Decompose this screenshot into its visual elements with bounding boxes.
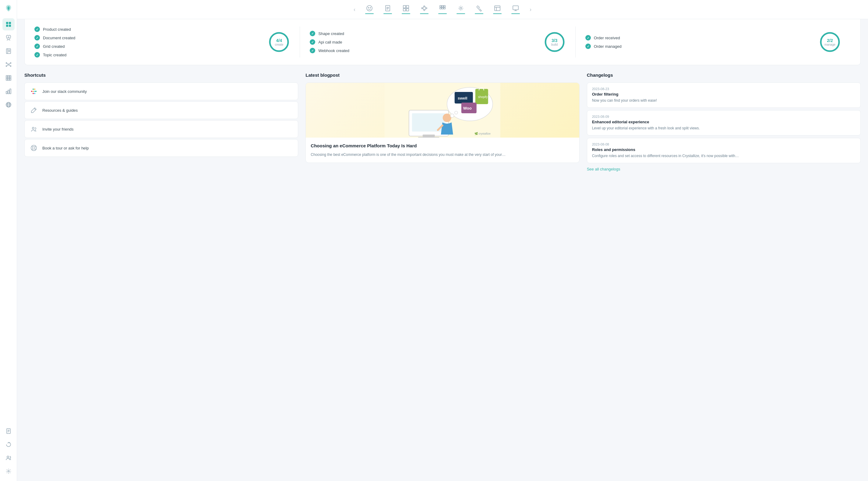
- shortcuts-title: Shortcuts: [24, 72, 298, 77]
- progress-word-manage: manage: [825, 43, 835, 46]
- sidebar-item-rocket[interactable]: [2, 32, 14, 44]
- svg-point-71: [443, 114, 452, 122]
- pencil-icon: [30, 106, 38, 115]
- icon-bar-item-tool[interactable]: [475, 5, 483, 14]
- shortcuts-list: Join our slack community Resources & gui…: [24, 83, 298, 157]
- progress-item: Api call made: [310, 39, 536, 45]
- svg-rect-41: [442, 5, 443, 7]
- sidebar-item-settings[interactable]: [2, 465, 14, 477]
- changelog-item-title: Order filtering: [592, 92, 856, 97]
- icon-bar-item-flow[interactable]: [420, 5, 429, 14]
- svg-point-73: [451, 114, 454, 118]
- svg-rect-3: [9, 25, 11, 27]
- icon-bar: ‹: [17, 0, 868, 19]
- progress-item-label: Order managed: [594, 44, 622, 49]
- progress-items-build: Shape created Api call made Webhook crea…: [310, 31, 536, 53]
- sidebar-item-users[interactable]: [2, 452, 14, 464]
- shortcut-item-resources[interactable]: Resources & guides: [24, 101, 298, 119]
- changelog-item-desc: Level up your editorial experience with …: [592, 125, 856, 131]
- icon-bar-item-apps2[interactable]: [438, 5, 447, 14]
- svg-rect-47: [495, 6, 500, 11]
- progress-col-build: Shape created Api call made Webhook crea…: [300, 27, 575, 58]
- check-icon: [310, 39, 315, 45]
- check-icon: [34, 43, 40, 49]
- progress-item: Grid created: [34, 43, 261, 49]
- progress-word-create: create: [275, 43, 283, 46]
- sidebar-item-document[interactable]: [2, 425, 14, 437]
- blog-card-title: Choosing an eCommerce Platform Today Is …: [311, 142, 574, 149]
- svg-point-39: [426, 8, 427, 9]
- icon-bar-item-document[interactable]: [383, 5, 392, 14]
- sidebar-item-dashboard[interactable]: [2, 18, 14, 30]
- svg-rect-69: [423, 134, 435, 137]
- shortcut-label: Book a tour or ask for help: [42, 146, 89, 150]
- progress-item: Shape created: [310, 31, 536, 36]
- progress-item-label: Shape created: [318, 31, 344, 36]
- progress-fraction-create: 4/4: [275, 38, 283, 43]
- progress-item-label: Product created: [43, 27, 71, 32]
- shortcut-item-friends[interactable]: Invite your friends: [24, 120, 298, 138]
- svg-rect-1: [9, 22, 11, 24]
- icon-bar-item-monitor[interactable]: [512, 5, 520, 14]
- svg-rect-60: [34, 91, 35, 92]
- shortcut-item-tour[interactable]: Book a tour or ask for help: [24, 139, 298, 157]
- progress-items-manage: Order received Order managed: [585, 35, 812, 49]
- icon-bar-item-grid[interactable]: [402, 5, 410, 14]
- progress-item-label: Order received: [594, 36, 620, 40]
- shortcut-item-slack[interactable]: Join our slack community: [24, 83, 298, 100]
- changelog-item-title: Enhanced editorial experience: [592, 120, 856, 124]
- sidebar-item-chart[interactable]: [2, 85, 14, 97]
- check-icon: [310, 31, 315, 36]
- shortcut-label: Invite your friends: [42, 127, 74, 131]
- svg-rect-17: [6, 79, 8, 81]
- changelog-item: 2023-08-08 Roles and permissions Configu…: [587, 138, 861, 163]
- sidebar-item-refresh[interactable]: [2, 438, 14, 451]
- svg-rect-62: [34, 93, 35, 94]
- svg-rect-21: [8, 90, 9, 94]
- svg-point-46: [460, 7, 462, 9]
- see-all-changelogs[interactable]: See all changelogs: [587, 167, 861, 171]
- progress-item: Product created: [34, 27, 261, 32]
- svg-rect-35: [406, 8, 409, 11]
- progress-item-label: Api call made: [318, 40, 342, 44]
- svg-rect-70: [418, 137, 439, 138]
- sidebar-item-network[interactable]: [2, 59, 14, 71]
- svg-rect-40: [440, 5, 441, 7]
- progress-items-create: Product created Document created Grid cr…: [34, 27, 261, 58]
- changelog-date: 2023-08-23: [592, 87, 856, 91]
- svg-rect-5: [6, 49, 11, 54]
- sidebar-bottom: [2, 425, 14, 477]
- blogpost-title: Latest blogpost: [306, 72, 579, 77]
- svg-point-30: [370, 7, 371, 8]
- logo: [4, 4, 13, 13]
- svg-rect-42: [444, 5, 445, 7]
- icon-bar-item-emoji[interactable]: [365, 5, 374, 14]
- svg-point-38: [424, 9, 425, 11]
- sidebar-item-globe[interactable]: [2, 99, 14, 111]
- changelog-item-desc: Now you can find your orders with ease!: [592, 98, 856, 103]
- svg-point-4: [8, 37, 9, 38]
- progress-item-label: Grid created: [43, 44, 65, 49]
- sidebar-item-book[interactable]: [2, 45, 14, 57]
- changelog-item: 2023-08-23 Order filtering Now you can f…: [587, 83, 861, 108]
- icon-bar-item-settings2[interactable]: [457, 5, 465, 14]
- progress-fraction-manage: 2/2: [825, 38, 835, 43]
- svg-rect-68: [412, 113, 445, 131]
- svg-point-27: [8, 471, 9, 472]
- users-icon: [30, 125, 38, 133]
- shortcuts-section: Shortcuts: [24, 72, 298, 171]
- svg-point-6: [8, 64, 9, 65]
- check-icon: [585, 43, 591, 49]
- lifering-icon: [30, 144, 38, 152]
- changelog-item-desc: Configure roles and set access to differ…: [592, 153, 856, 159]
- blog-card[interactable]: swell shopify Woo 🌿 crystallize Choosing…: [306, 83, 579, 163]
- icon-bar-item-list[interactable]: [493, 5, 502, 14]
- sidebar-item-apps[interactable]: [2, 72, 14, 84]
- svg-point-65: [33, 147, 35, 149]
- progress-item-label: Webhook created: [318, 49, 349, 53]
- icon-bar-prev[interactable]: ‹: [353, 6, 355, 13]
- icon-bar-next[interactable]: ›: [530, 6, 531, 13]
- svg-rect-11: [6, 75, 8, 77]
- svg-rect-18: [8, 79, 9, 81]
- shortcut-label: Resources & guides: [42, 108, 78, 113]
